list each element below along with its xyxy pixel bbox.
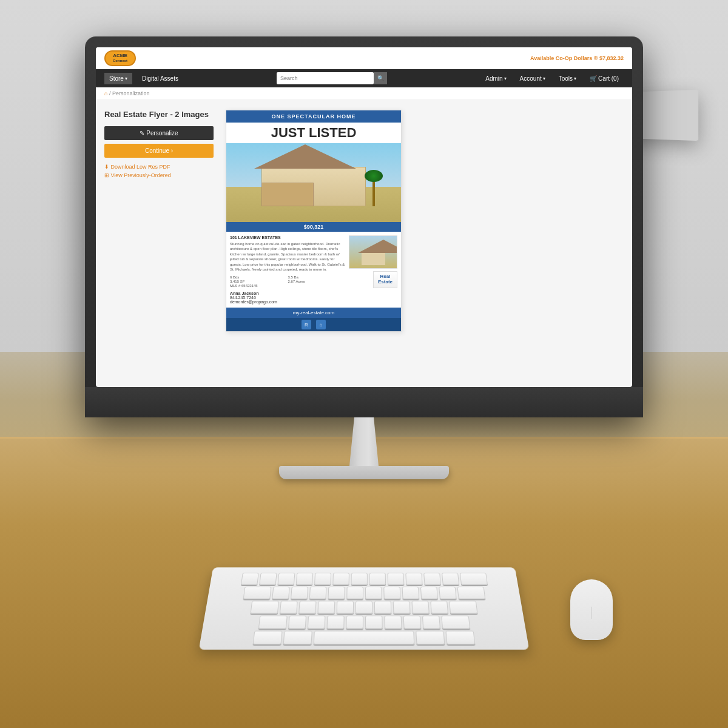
key[interactable] xyxy=(288,616,306,629)
key-row-3 xyxy=(214,601,514,613)
key-row-2 xyxy=(216,587,512,599)
key-ctrl-right[interactable] xyxy=(445,631,475,645)
monitor-container: ACME Connect Available Co-Op Dollars ® $… xyxy=(85,36,643,479)
small-house xyxy=(349,236,397,268)
nav-store[interactable]: Store ▾ xyxy=(104,73,132,84)
palm-leaves xyxy=(365,170,383,182)
key[interactable] xyxy=(405,573,422,585)
continue-button[interactable]: Continue › xyxy=(104,144,214,158)
key[interactable] xyxy=(430,601,448,613)
flyer-left-body: 101 LAKEVIEW ESTATES Stunning home on qu… xyxy=(230,235,345,304)
key[interactable] xyxy=(346,616,363,629)
key-row-5 xyxy=(209,631,520,645)
nav-cart[interactable]: 🛒 Cart (0) xyxy=(585,73,624,84)
key[interactable] xyxy=(259,573,277,585)
tools-label: Tools xyxy=(559,75,573,82)
nav-tools[interactable]: Tools ▾ xyxy=(554,73,581,84)
house-roof xyxy=(254,144,356,169)
view-label: ⊞ View Previously-Ordered xyxy=(104,172,171,178)
key[interactable] xyxy=(356,601,372,613)
key-enter[interactable] xyxy=(457,587,485,599)
chevron-down-icon: ▾ xyxy=(125,76,127,81)
key[interactable] xyxy=(332,573,349,585)
flyer-description: Stunning home on quiet cul-de-sac in gat… xyxy=(230,241,345,272)
footer-house-label: ⌂ xyxy=(320,322,323,328)
key[interactable] xyxy=(272,587,289,599)
flyer-agent: Anna Jackson 844.245.7246 demorder@propa… xyxy=(230,291,345,304)
key[interactable] xyxy=(277,573,295,585)
key[interactable] xyxy=(439,587,456,599)
keyboard[interactable] xyxy=(199,567,530,650)
agent-email: demorder@propago.com xyxy=(230,300,345,304)
key-row-4 xyxy=(211,616,517,629)
key[interactable] xyxy=(387,573,404,585)
key[interactable] xyxy=(241,573,259,585)
flyer-address: 101 LAKEVIEW ESTATES xyxy=(230,235,345,240)
account-label: Account xyxy=(520,75,542,82)
key[interactable] xyxy=(420,587,437,599)
key[interactable] xyxy=(374,601,391,613)
key[interactable] xyxy=(442,573,459,585)
key[interactable] xyxy=(298,601,316,613)
flyer-mls: MLS # 65423145 xyxy=(230,284,345,288)
key[interactable] xyxy=(423,573,441,585)
nav-admin[interactable]: Admin ▾ xyxy=(480,73,511,84)
key[interactable] xyxy=(346,587,363,599)
breadcrumb-home[interactable]: ⌂ xyxy=(104,90,107,96)
key-shift-right[interactable] xyxy=(441,616,470,629)
key-tab[interactable] xyxy=(243,587,271,599)
co-op-value: $7,832.32 xyxy=(599,55,624,61)
key[interactable] xyxy=(422,616,440,629)
footer-icon-r: R xyxy=(302,320,311,329)
palm-tree xyxy=(368,170,380,206)
key[interactable] xyxy=(337,601,354,613)
mouse[interactable] xyxy=(570,579,613,640)
flyer-right-body: RealEstate xyxy=(349,235,397,304)
real-estate-logo: RealEstate xyxy=(373,271,397,288)
personalize-button[interactable]: ✎ Personalize xyxy=(104,126,214,140)
key-row-1 xyxy=(218,573,510,585)
key[interactable] xyxy=(307,616,325,629)
logo-line1: ACME xyxy=(113,53,127,59)
flyer-website: my-real-estate.com xyxy=(293,310,334,315)
view-ordered-link[interactable]: ⊞ View Previously-Ordered xyxy=(104,172,214,178)
nav-account[interactable]: Account ▾ xyxy=(515,73,550,84)
key[interactable] xyxy=(402,587,419,599)
key-alt[interactable] xyxy=(283,631,312,645)
key[interactable] xyxy=(309,587,326,599)
footer-r-label: R xyxy=(305,322,308,328)
key[interactable] xyxy=(328,587,345,599)
key[interactable] xyxy=(351,573,367,585)
key-shift-left[interactable] xyxy=(258,616,287,629)
key-alt-right[interactable] xyxy=(416,631,445,645)
key[interactable] xyxy=(295,573,312,585)
key[interactable] xyxy=(291,587,308,599)
key-ctrl[interactable] xyxy=(253,631,283,645)
agent-name: Anna Jackson xyxy=(230,291,345,295)
key[interactable] xyxy=(393,601,411,613)
search-input[interactable] xyxy=(277,72,374,84)
key[interactable] xyxy=(383,587,400,599)
nav-digital-assets[interactable]: Digital Assets xyxy=(137,73,183,84)
breadcrumb: ⌂ / Personalization xyxy=(96,87,632,100)
key[interactable] xyxy=(365,587,382,599)
cart-label: Cart (0) xyxy=(598,75,619,82)
key[interactable] xyxy=(365,616,383,629)
key[interactable] xyxy=(384,616,402,629)
key-caps[interactable] xyxy=(251,601,279,613)
key[interactable] xyxy=(314,573,331,585)
key-enter2[interactable] xyxy=(449,601,477,613)
flyer-header-text: ONE SPECTACULAR HOME xyxy=(272,113,356,120)
key[interactable] xyxy=(403,616,421,629)
download-label: ⬇ Download Low Res PDF xyxy=(104,164,170,170)
key[interactable] xyxy=(326,616,344,629)
search-button[interactable]: 🔍 xyxy=(374,72,387,84)
key[interactable] xyxy=(369,573,385,585)
key-backspace[interactable] xyxy=(459,573,487,585)
key[interactable] xyxy=(280,601,298,613)
key-space[interactable] xyxy=(314,631,415,645)
key[interactable] xyxy=(411,601,429,613)
download-pdf-link[interactable]: ⬇ Download Low Res PDF xyxy=(104,164,214,170)
flyer-main-image xyxy=(226,143,401,222)
key[interactable] xyxy=(317,601,335,613)
